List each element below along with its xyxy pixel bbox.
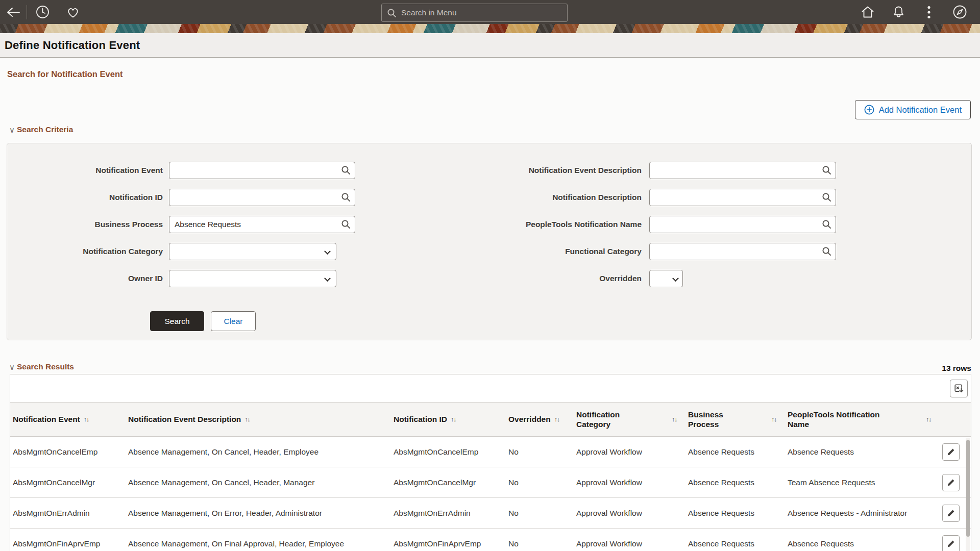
column-label: Overridden <box>508 414 551 424</box>
favorites-button[interactable] <box>58 0 88 24</box>
heart-icon <box>66 6 80 19</box>
table-row[interactable]: AbsMgmtOnFinAprvEmp Absence Management, … <box>10 529 971 551</box>
cell-notification-category: Approval Workflow <box>576 539 688 548</box>
notification-description-input[interactable] <box>649 189 836 206</box>
owner-id-select[interactable] <box>169 270 336 287</box>
column-header-notification-id[interactable]: Notification ID ↑↓ <box>394 414 508 424</box>
clock-icon <box>36 5 50 19</box>
notification-description-label: Notification Description <box>386 189 642 206</box>
back-button[interactable] <box>0 0 27 24</box>
column-label: Notification Event <box>13 414 80 424</box>
cell-notification-event: AbsMgmtOnFinAprvEmp <box>13 539 128 548</box>
edit-row-button[interactable] <box>942 474 960 491</box>
functional-category-input[interactable] <box>649 243 836 260</box>
cell-notification-id: AbsMgmtOnCancelMgr <box>394 478 508 487</box>
functional-category-label: Functional Category <box>386 243 642 260</box>
business-process-input[interactable] <box>169 216 355 233</box>
notification-event-input[interactable] <box>169 162 355 179</box>
clear-button[interactable]: Clear <box>211 311 256 331</box>
lookup-search-icon[interactable] <box>822 192 831 202</box>
title-band: Define Notification Event <box>0 33 980 58</box>
lookup-search-icon[interactable] <box>341 192 351 202</box>
cell-business-process: Absence Requests <box>688 447 788 457</box>
search-criteria-panel: Notification Event Notification ID Busin… <box>7 143 972 340</box>
cell-business-process: Absence Requests <box>688 539 788 548</box>
table-row[interactable]: AbsMgmtOnCancelMgr Absence Management, O… <box>10 467 971 498</box>
table-row[interactable]: AbsMgmtOnCancelEmp Absence Management, O… <box>10 437 971 467</box>
collapse-chevron-icon[interactable]: ∨ <box>9 126 15 134</box>
add-notification-event-button[interactable]: Add Notification Event <box>855 100 971 119</box>
overridden-select[interactable] <box>649 270 683 287</box>
cell-notification-category: Approval Workflow <box>576 447 688 457</box>
owner-id-field <box>169 270 336 287</box>
grid-header-row: Notification Event ↑↓ Notification Event… <box>10 403 971 437</box>
top-bar <box>0 0 980 24</box>
edit-row-button[interactable] <box>942 535 960 551</box>
column-header-notification-event[interactable]: Notification Event ↑↓ <box>13 414 128 424</box>
topbar-right-group <box>852 0 975 24</box>
actions-menu-button[interactable] <box>914 0 944 24</box>
notification-event-label: Notification Event <box>17 162 163 179</box>
edit-row-button[interactable] <box>942 443 960 461</box>
column-header-business-process[interactable]: Business Process ↑↓ <box>688 410 788 430</box>
download-to-excel-button[interactable] <box>950 380 968 397</box>
column-label: PeopleTools Notification Name <box>788 410 895 430</box>
lookup-search-icon[interactable] <box>822 219 831 229</box>
functional-category-field <box>649 243 836 260</box>
cell-overridden: No <box>508 539 576 548</box>
column-header-overridden[interactable]: Overridden ↑↓ <box>508 414 576 424</box>
search-criteria-heading: ∨ Search Criteria <box>9 125 73 134</box>
edit-row-button[interactable] <box>942 505 960 522</box>
search-button[interactable]: Search <box>150 311 204 331</box>
navbar-button[interactable] <box>944 0 975 24</box>
lookup-search-icon[interactable] <box>822 165 831 175</box>
search-results-label: Search Results <box>17 362 74 371</box>
cell-overridden: No <box>508 478 576 487</box>
notifications-button[interactable] <box>883 0 914 24</box>
cell-notification-category: Approval Workflow <box>576 478 688 487</box>
column-label: Business Process <box>688 410 739 430</box>
notification-category-label: Notification Category <box>17 243 163 260</box>
business-process-label: Business Process <box>17 216 163 233</box>
grid-scrollbar-thumb[interactable] <box>966 440 970 537</box>
column-header-notification-event-description[interactable]: Notification Event Description ↑↓ <box>128 414 394 424</box>
overridden-label: Overridden <box>386 270 642 287</box>
business-process-field <box>169 216 355 233</box>
notification-event-description-label: Notification Event Description <box>386 162 642 179</box>
home-button[interactable] <box>852 0 883 24</box>
collapse-chevron-icon[interactable]: ∨ <box>9 363 15 371</box>
sort-icon: ↑↓ <box>926 415 931 423</box>
pencil-icon <box>946 447 955 457</box>
notification-event-description-input[interactable] <box>649 162 836 179</box>
global-search-box <box>381 4 568 22</box>
page-subtitle: Search for Notification Event <box>7 69 122 79</box>
notification-id-label: Notification ID <box>17 189 163 206</box>
peopletools-notification-name-field <box>649 216 836 233</box>
cell-notification-event: AbsMgmtOnErrAdmin <box>13 509 128 518</box>
cell-overridden: No <box>508 509 576 518</box>
sort-icon: ↑↓ <box>451 415 456 423</box>
decorative-banner <box>0 24 980 33</box>
global-search-input[interactable] <box>401 8 562 17</box>
page-title: Define Notification Event <box>0 39 140 52</box>
grid-scrollbar-track[interactable] <box>966 438 970 551</box>
search-icon <box>387 8 397 18</box>
lookup-search-icon[interactable] <box>341 219 351 229</box>
table-row[interactable]: AbsMgmtOnErrAdmin Absence Management, On… <box>10 498 971 529</box>
lookup-search-icon[interactable] <box>341 165 351 175</box>
recent-history-button[interactable] <box>27 0 58 24</box>
column-header-notification-category[interactable]: Notification Category ↑↓ <box>576 410 688 430</box>
notification-category-select[interactable] <box>169 243 336 260</box>
cell-notification-id: AbsMgmtOnCancelEmp <box>394 447 508 457</box>
bell-icon <box>892 5 905 19</box>
notification-id-input[interactable] <box>169 189 355 206</box>
peopletools-notification-name-input[interactable] <box>649 216 836 233</box>
add-button-label: Add Notification Event <box>879 105 962 115</box>
lookup-search-icon[interactable] <box>822 246 831 256</box>
search-results-grid: Notification Event ↑↓ Notification Event… <box>10 374 971 551</box>
search-criteria-label: Search Criteria <box>17 125 73 134</box>
plus-circle-icon <box>864 105 874 115</box>
column-header-peopletools-notification-name[interactable]: PeopleTools Notification Name ↑↓ <box>788 410 942 430</box>
cell-notification-id: AbsMgmtOnErrAdmin <box>394 509 508 518</box>
cell-peopletools-notification-name: Absence Requests <box>788 539 942 548</box>
